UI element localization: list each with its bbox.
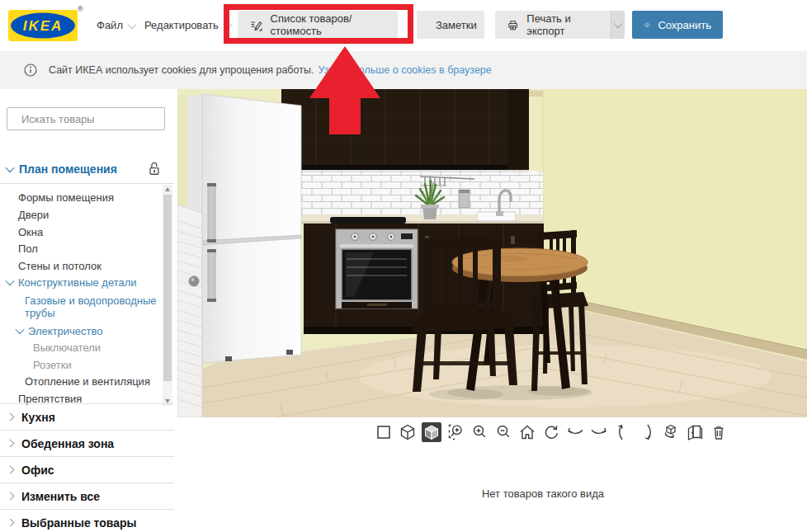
chair-shadow bbox=[429, 388, 503, 400]
tree-item-floor[interactable]: Пол bbox=[0, 241, 162, 258]
oven[interactable] bbox=[336, 229, 418, 308]
sidebar-section-office[interactable]: Офис bbox=[0, 456, 174, 483]
empty-products-message: Нет товаров такого вида bbox=[482, 487, 604, 500]
chevron-right-icon bbox=[7, 519, 15, 527]
tree-item-sockets[interactable]: Розетки bbox=[0, 356, 162, 374]
rotate-object-button[interactable] bbox=[661, 422, 681, 442]
tree-item-doors[interactable]: Двери bbox=[0, 207, 162, 224]
3d-wireframe-view-button[interactable] bbox=[398, 422, 418, 442]
sidebar-sections: Кухня Обеденная зона Офис Изменить все В… bbox=[0, 403, 174, 532]
tree-item-heating[interactable]: Отопление и вентиляция bbox=[0, 374, 162, 391]
sidebar: План помещения Формы помещения Двери Окн… bbox=[0, 89, 177, 532]
cloud-upload-icon bbox=[644, 17, 650, 33]
wall-cabinets[interactable] bbox=[281, 89, 529, 175]
rotate-view-button[interactable] bbox=[541, 422, 561, 442]
chevron-down-icon bbox=[5, 276, 14, 285]
search-input[interactable] bbox=[20, 112, 168, 126]
orbit-left-button[interactable] bbox=[565, 422, 585, 442]
3d-solid-view-button[interactable] bbox=[422, 422, 441, 442]
sidebar-section-plan[interactable]: План помещения bbox=[7, 160, 168, 177]
chevron-right-icon bbox=[7, 492, 15, 501]
zoom-to-selection-button[interactable] bbox=[446, 422, 465, 442]
orbit-right-button[interactable] bbox=[589, 422, 609, 442]
sidebar-section-change-all[interactable]: Изменить все bbox=[0, 483, 174, 509]
svg-text:IKEA: IKEA bbox=[23, 18, 64, 34]
app-window: IKEA ® Файл Редактировать Список товаров… bbox=[0, 0, 807, 532]
chair-shadow bbox=[527, 386, 590, 396]
chevron-right-icon bbox=[7, 413, 15, 421]
cookie-link[interactable]: Узнать больше о cookies в браузере bbox=[318, 64, 491, 76]
chevron-down-icon bbox=[223, 19, 232, 28]
room-3d-viewport[interactable] bbox=[177, 89, 807, 417]
sidebar-section-kitchen[interactable]: Кухня bbox=[0, 403, 174, 430]
tilt-down-button[interactable] bbox=[637, 422, 657, 442]
scrollbar-thumb[interactable] bbox=[163, 195, 172, 381]
tree-item-structural[interactable]: Конструктивные детали bbox=[0, 275, 162, 292]
chevron-right-icon bbox=[7, 440, 15, 448]
sidebar-section-dining[interactable]: Обеденная зона bbox=[0, 430, 174, 456]
save-button[interactable]: Сохранить bbox=[632, 11, 723, 39]
chevron-right-icon bbox=[7, 466, 15, 474]
divider bbox=[0, 183, 174, 184]
search-box bbox=[7, 107, 165, 130]
cookie-banner: Сайт ИКЕА использует cookies для упрощен… bbox=[0, 51, 807, 89]
cooktop[interactable] bbox=[330, 217, 406, 224]
2d-view-button[interactable] bbox=[374, 422, 394, 442]
door-knob bbox=[189, 276, 200, 287]
tree-item-switches[interactable]: Выключатели bbox=[0, 340, 162, 357]
info-icon bbox=[23, 63, 38, 78]
main-area: Нет товаров такого вида bbox=[177, 89, 807, 532]
scroll-up-button[interactable] bbox=[163, 185, 172, 194]
ikea-logo-graphic: IKEA bbox=[8, 10, 78, 41]
printer-icon bbox=[507, 17, 519, 33]
print-export-button[interactable]: Печать и экспорт bbox=[495, 11, 603, 39]
tree-item-walls-ceiling[interactable]: Стены и потолок bbox=[0, 257, 162, 275]
zoom-in-button[interactable] bbox=[470, 422, 489, 442]
open-doors-button[interactable] bbox=[685, 422, 705, 442]
zoom-out-button[interactable] bbox=[493, 422, 513, 442]
menu-file[interactable]: Файл bbox=[97, 19, 135, 31]
cookie-text: Сайт ИКЕА использует cookies для упрощен… bbox=[49, 64, 314, 76]
chevron-down-icon bbox=[614, 19, 623, 28]
chevron-down-icon bbox=[127, 19, 136, 28]
top-toolbar: IKEA ® Файл Редактировать Список товаров… bbox=[0, 0, 807, 51]
home-view-button[interactable] bbox=[517, 422, 537, 442]
tree-item-room-shapes[interactable]: Формы помещения bbox=[0, 190, 162, 207]
list-pencil-icon bbox=[249, 17, 263, 33]
chevron-down-icon bbox=[15, 325, 24, 334]
delete-button[interactable] bbox=[709, 422, 729, 442]
menu-edit[interactable]: Редактировать bbox=[144, 19, 231, 31]
registered-mark: ® bbox=[78, 5, 83, 13]
sidebar-section-selected-products[interactable]: Выбранные товары bbox=[0, 509, 174, 532]
unlock-icon[interactable] bbox=[147, 160, 162, 177]
tree-item-windows[interactable]: Окна bbox=[0, 224, 162, 241]
tree-item-electricity[interactable]: Электричество bbox=[0, 322, 162, 340]
ikea-logo[interactable]: IKEA bbox=[8, 10, 78, 41]
sidebar-scrollbar[interactable] bbox=[163, 185, 172, 406]
print-export-dropdown[interactable] bbox=[611, 11, 625, 39]
product-list-button[interactable]: Список товаров/стоимость bbox=[238, 11, 398, 39]
tree-item-pipes[interactable]: Газовые и водопроводные трубы bbox=[0, 291, 162, 322]
print-export-button-group: Печать и экспорт bbox=[495, 11, 625, 39]
plan-tree: Формы помещения Двери Окна Пол Стены и п… bbox=[0, 190, 162, 407]
tilt-up-button[interactable] bbox=[613, 422, 633, 442]
chevron-down-icon bbox=[5, 162, 14, 172]
wall-container[interactable] bbox=[459, 190, 470, 208]
notes-button[interactable]: Заметки bbox=[417, 11, 484, 39]
viewport-toolbar bbox=[374, 422, 729, 442]
